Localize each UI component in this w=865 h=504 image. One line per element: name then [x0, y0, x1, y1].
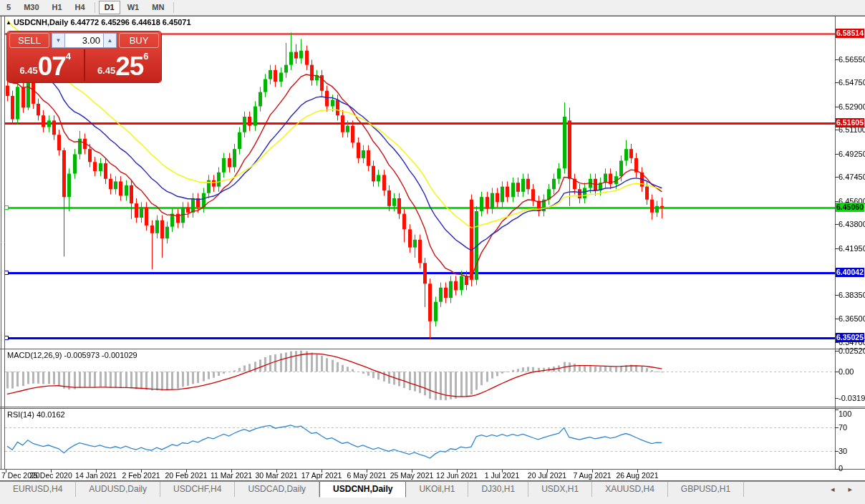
date-axis-label: 14 Jan 2021 — [75, 471, 117, 480]
timeframe-button-5[interactable]: 5 — [1, 1, 16, 14]
rsi-axis-label: 0 — [839, 464, 864, 472]
rsi-axis-label: 100 — [839, 410, 864, 418]
toolbar-separator — [95, 2, 95, 13]
price-axis-label: 6.56550 — [839, 55, 864, 64]
price-axis-label: 6.54750 — [839, 78, 864, 87]
sell-price-pip: 4 — [66, 51, 71, 62]
price-axis-label: 6.43800 — [839, 220, 864, 228]
price-level-badge: 6.45060 — [836, 203, 864, 212]
price-level-badge: 6.35025 — [836, 333, 864, 342]
chart-tab-dj30[interactable]: DJ30,H1 — [468, 482, 528, 497]
chart-tab-usdcnh[interactable]: USDCNH,Daily — [319, 482, 406, 498]
rsi-axis-label: 70 — [839, 423, 864, 432]
date-axis-label: 2 Feb 2021 — [122, 471, 160, 480]
ohlc-values: 6.44772 6.45296 6.44618 6.45071 — [70, 18, 190, 26]
date-axis-label: 6 May 2021 — [347, 471, 387, 480]
timeframe-button-d1[interactable]: D1 — [99, 1, 120, 14]
toolbar-separator — [173, 2, 174, 13]
buy-price-pip: 6 — [143, 51, 148, 62]
date-axis-label: 20 Feb 2021 — [165, 471, 208, 480]
chart-tab-xauusd[interactable]: XAUUSD,H4 — [592, 482, 668, 497]
price-level-badge: 6.58514 — [836, 29, 864, 38]
price-level-badge: 6.40042 — [836, 268, 864, 277]
tabbar-spacer — [744, 482, 831, 497]
tab-scroll-arrows[interactable]: ◂ ▸ — [831, 482, 865, 494]
date-axis-label: 1 Jul 2021 — [485, 471, 519, 480]
chart-tab-audusd[interactable]: AUDUSD,Daily — [76, 482, 160, 497]
volume-decrease-button[interactable]: ▼ — [52, 33, 65, 48]
rsi-axis-label: 30 — [839, 447, 864, 455]
price-axis-label: 6.49250 — [839, 150, 864, 158]
date-axis-label: 30 Mar 2021 — [256, 471, 298, 480]
sell-button[interactable]: SELL — [9, 33, 49, 48]
date-axis-label: 25 May 2021 — [390, 471, 434, 480]
macd-axis-label: 0.00 — [839, 367, 864, 376]
sell-price-prefix: 6.45 — [19, 65, 37, 76]
chart-tab-usdcad[interactable]: USDCAD,Daily — [235, 482, 319, 497]
date-axis-label: 25 Dec 2020 — [29, 471, 72, 480]
sell-price-main: 07 — [38, 54, 66, 79]
sell-price-display[interactable]: 6.45074 — [7, 49, 85, 81]
symbol-period-label: USDCNH,Daily — [14, 18, 68, 26]
rsi-label: RSI(14) 40.0162 — [7, 410, 65, 419]
price-axis-label: 6.41950 — [839, 244, 864, 253]
timeframe-button-mn[interactable]: MN — [146, 1, 170, 14]
chart-collapse-icon[interactable]: ▲ — [6, 19, 11, 26]
volume-input[interactable] — [65, 33, 103, 48]
chart-tab-gbpusd[interactable]: GBPUSD,H1 — [668, 482, 744, 497]
buy-price-prefix: 6.45 — [97, 65, 115, 76]
timeframe-button-h1[interactable]: H1 — [47, 1, 68, 14]
macd-label: MACD(12,26,9) -0.005973 -0.001029 — [7, 351, 137, 359]
date-axis-label: 12 Jun 2021 — [436, 471, 478, 480]
date-axis-label: 26 Aug 2021 — [617, 471, 659, 480]
chart-tab-usdx[interactable]: USDX,H1 — [528, 482, 592, 497]
price-axis-label: 6.38350 — [839, 291, 864, 299]
terminal-window: 5M30H1H4D1W1MN ▲USDCNH,Daily 6.44772 6.4… — [0, 0, 865, 504]
buy-price-main: 25 — [115, 54, 143, 79]
macd-axis-label: 0.025209 — [839, 346, 864, 355]
chart-tab-eurusd[interactable]: EURUSD,H4 — [0, 482, 76, 497]
timeframe-button-h4[interactable]: H4 — [69, 1, 91, 14]
timeframe-toolbar: 5M30H1H4D1W1MN — [0, 0, 865, 16]
timeframe-button-w1[interactable]: W1 — [122, 1, 145, 14]
date-axis-label: 20 Jul 2021 — [528, 471, 566, 480]
quote-header: ▲USDCNH,Daily 6.44772 6.45296 6.44618 6.… — [6, 18, 191, 26]
chart-tab-usdchf[interactable]: USDCHF,H4 — [160, 482, 235, 497]
chart-tab-ukoil[interactable]: UKOil,H1 — [406, 482, 468, 497]
buy-button[interactable]: BUY — [119, 33, 159, 48]
timeframe-button-m30[interactable]: M30 — [18, 1, 44, 14]
volume-increase-button[interactable]: ▲ — [103, 33, 117, 48]
price-axis-label: 6.36500 — [839, 314, 864, 323]
price-axis-label: 6.47450 — [839, 173, 864, 181]
price-level-badge: 6.51605 — [836, 118, 864, 127]
one-click-trading-panel: SELL ▼ ▲ BUY 6.45074 6.45256 — [7, 32, 161, 82]
chart-tab-bar: EURUSD,H4AUDUSD,DailyUSDCHF,H4USDCAD,Dai… — [0, 481, 865, 504]
price-axis-label: 6.52900 — [839, 102, 864, 111]
date-axis-label: 7 Aug 2021 — [573, 471, 611, 480]
buy-price-display[interactable]: 6.45256 — [85, 49, 162, 81]
date-axis-label: 17 Apr 2021 — [301, 471, 342, 480]
macd-axis-label: -0.031994 — [839, 394, 864, 402]
date-axis-label: 11 Mar 2021 — [211, 471, 252, 480]
